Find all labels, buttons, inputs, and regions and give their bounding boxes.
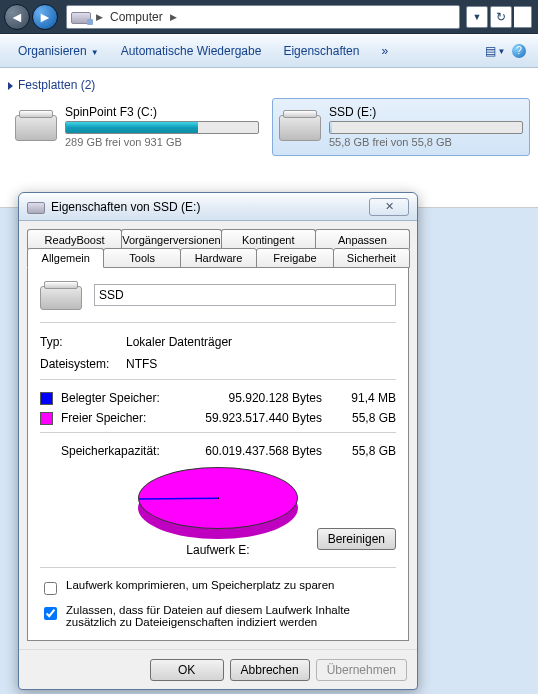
tab-customize[interactable]: Anpassen <box>315 229 410 249</box>
drive-free-text: 55,8 GB frei von 55,8 GB <box>329 136 523 148</box>
apply-button[interactable]: Übernehmen <box>316 659 407 681</box>
refresh-button[interactable]: ↻ <box>490 6 512 28</box>
dialog-title: Eigenschaften von SSD (E:) <box>51 200 369 214</box>
chevron-down-icon: ▼ <box>498 47 506 56</box>
explorer-topbar: ◄ ► ▶ Computer ▶ ▼ ↻ <box>0 0 538 34</box>
filesystem-value: NTFS <box>126 357 157 371</box>
arrow-right-icon: ► <box>38 9 52 25</box>
capacity-bar <box>65 121 259 134</box>
chevron-down-icon: ▼ <box>91 48 99 57</box>
filesystem-label: Dateisystem: <box>40 357 126 371</box>
search-box-edge[interactable] <box>514 6 532 28</box>
divider <box>40 379 396 380</box>
capacity-label: Speicherkapazität: <box>61 444 173 458</box>
dialog-titlebar[interactable]: Eigenschaften von SSD (E:) ✕ <box>19 193 417 221</box>
drive-tile-c[interactable]: SpinPoint F3 (C:) 289 GB frei von 931 GB <box>8 98 266 156</box>
tab-hardware[interactable]: Hardware <box>180 248 257 268</box>
drive-name: SpinPoint F3 (C:) <box>65 105 259 119</box>
breadcrumb-sep: ▶ <box>167 12 180 22</box>
view-mode-button[interactable]: ▤▼ <box>484 40 506 62</box>
tab-general[interactable]: Allgemein <box>27 248 104 268</box>
properties-dialog: Eigenschaften von SSD (E:) ✕ ReadyBoost … <box>18 192 418 690</box>
tab-quota[interactable]: Kontingent <box>221 229 316 249</box>
cmd-properties[interactable]: Eigenschaften <box>273 41 369 61</box>
free-space-hr: 55,8 GB <box>340 411 396 425</box>
free-space-bytes: 59.923.517.440 Bytes <box>173 411 340 425</box>
used-space-color-icon <box>40 392 53 405</box>
capacity-fill <box>66 122 198 133</box>
compress-label: Laufwerk komprimieren, um Speicherplatz … <box>66 579 334 591</box>
tab-security[interactable]: Sicherheit <box>333 248 410 268</box>
divider <box>40 432 396 433</box>
tab-tools[interactable]: Tools <box>103 248 180 268</box>
free-space-color-icon <box>40 412 53 425</box>
used-space-hr: 91,4 MB <box>340 391 396 405</box>
type-label: Typ: <box>40 335 126 349</box>
close-button[interactable]: ✕ <box>369 198 409 216</box>
divider <box>40 322 396 323</box>
disk-usage-pie-chart <box>138 467 298 539</box>
tab-sharing[interactable]: Freigabe <box>256 248 333 268</box>
explorer-content: Festplatten (2) SpinPoint F3 (C:) 289 GB… <box>0 68 538 208</box>
drive-name-input[interactable] <box>94 284 396 306</box>
drive-row: SpinPoint F3 (C:) 289 GB frei von 931 GB… <box>8 98 530 156</box>
address-bar[interactable]: ▶ Computer ▶ <box>66 5 460 29</box>
breadcrumb-sep: ▶ <box>93 12 106 22</box>
hard-drive-icon <box>15 105 59 149</box>
free-space-label: Freier Speicher: <box>61 411 173 425</box>
dialog-footer: OK Abbrechen Übernehmen <box>19 649 417 689</box>
tab-readyboost[interactable]: ReadyBoost <box>27 229 122 249</box>
nav-forward-button[interactable]: ► <box>32 4 58 30</box>
used-space-bytes: 95.920.128 Bytes <box>173 391 340 405</box>
breadcrumb-computer[interactable]: Computer <box>106 10 167 24</box>
arrow-left-icon: ◄ <box>10 9 24 25</box>
group-header-drives[interactable]: Festplatten (2) <box>8 72 530 98</box>
cancel-button[interactable]: Abbrechen <box>230 659 310 681</box>
hard-drive-icon <box>27 200 45 214</box>
cmd-autoplay[interactable]: Automatische Wiedergabe <box>111 41 272 61</box>
topbar-right: ▼ ↻ <box>464 6 534 28</box>
ok-button[interactable]: OK <box>150 659 224 681</box>
capacity-hr: 55,8 GB <box>340 444 396 458</box>
used-space-label: Belegter Speicher: <box>61 391 173 405</box>
index-checkbox[interactable] <box>44 607 57 620</box>
drive-tile-e[interactable]: SSD (E:) 55,8 GB frei von 55,8 GB <box>272 98 530 156</box>
nav-back-button[interactable]: ◄ <box>4 4 30 30</box>
capacity-bar <box>329 121 523 134</box>
command-bar: Organisieren▼ Automatische Wiedergabe Ei… <box>0 34 538 68</box>
refresh-icon: ↻ <box>496 10 506 24</box>
hard-drive-icon <box>279 105 323 149</box>
hard-drive-icon <box>40 278 84 312</box>
tab-previous-versions[interactable]: Vorgängerversionen <box>121 229 221 249</box>
index-label: Zulassen, dass für Dateien auf diesem La… <box>66 604 396 628</box>
tab-strip: ReadyBoost Vorgängerversionen Kontingent… <box>27 229 409 269</box>
compress-checkbox[interactable] <box>44 582 57 595</box>
cmd-organize[interactable]: Organisieren▼ <box>8 41 109 61</box>
capacity-fill <box>330 122 332 133</box>
computer-icon <box>71 9 93 25</box>
cmd-more[interactable]: » <box>371 41 398 61</box>
type-value: Lokaler Datenträger <box>126 335 232 349</box>
capacity-bytes: 60.019.437.568 Bytes <box>173 444 340 458</box>
tiles-icon: ▤ <box>485 44 496 58</box>
address-dropdown-button[interactable]: ▼ <box>466 6 488 28</box>
chevron-down-icon: ▼ <box>473 12 482 22</box>
close-icon: ✕ <box>385 200 394 213</box>
tab-panel-general: Typ:Lokaler Datenträger Dateisystem:NTFS… <box>27 268 409 641</box>
disk-cleanup-button[interactable]: Bereinigen <box>317 528 396 550</box>
drive-name: SSD (E:) <box>329 105 523 119</box>
help-icon: ? <box>512 44 526 58</box>
help-button[interactable]: ? <box>508 40 530 62</box>
drive-free-text: 289 GB frei von 931 GB <box>65 136 259 148</box>
divider <box>40 567 396 568</box>
